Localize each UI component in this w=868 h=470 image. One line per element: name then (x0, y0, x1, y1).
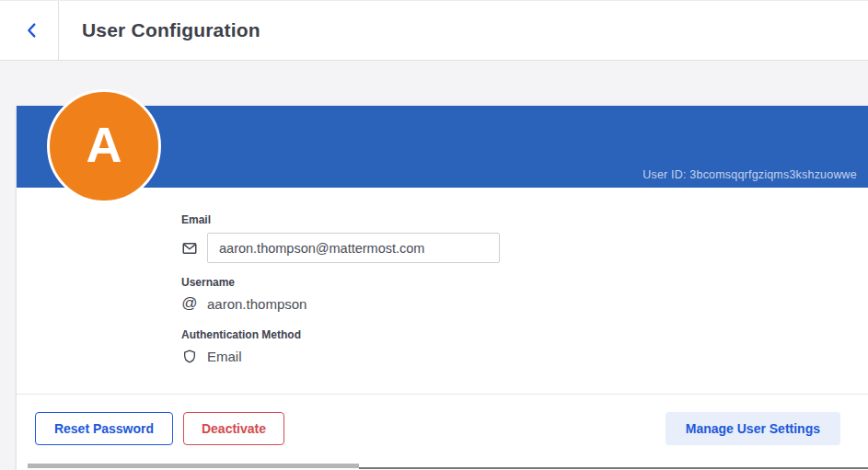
username-label: Username (181, 276, 235, 289)
horizontal-scrollbar-thumb[interactable] (28, 464, 359, 468)
user-configuration-page: User Configuration User ID: 3bcomsqqrfgz… (0, 0, 868, 470)
header-divider (58, 1, 59, 61)
user-card: User ID: 3bcomsqqrfgziqms3kshzuowwe A Em… (17, 106, 868, 470)
avatar-letter: A (87, 120, 122, 173)
deactivate-button[interactable]: Deactivate (183, 412, 284, 445)
auth-method-value: Email (207, 349, 242, 364)
avatar: A (47, 89, 161, 203)
email-label: Email (181, 213, 211, 226)
email-row (181, 233, 500, 263)
mail-icon (181, 240, 198, 257)
auth-method-label: Authentication Method (181, 328, 301, 341)
chevron-left-icon (22, 20, 42, 43)
username-value: aaron.thompson (207, 296, 307, 312)
shield-icon (181, 348, 198, 364)
user-id-text: User ID: 3bcomsqqrfgziqms3kshzuowwe (642, 168, 857, 181)
back-button[interactable] (17, 16, 48, 47)
card-footer: Reset Password Deactivate Manage User Se… (17, 394, 868, 470)
auth-method-row: Email (181, 346, 242, 366)
page-header: User Configuration (0, 0, 868, 61)
page-title: User Configuration (82, 19, 260, 41)
at-sign-icon: @ (181, 295, 198, 312)
manage-user-settings-button[interactable]: Manage User Settings (665, 412, 840, 445)
horizontal-scrollbar-track (359, 467, 868, 469)
username-row: @ aaron.thompson (181, 293, 307, 314)
reset-password-button[interactable]: Reset Password (35, 412, 173, 445)
email-input[interactable] (207, 233, 500, 263)
